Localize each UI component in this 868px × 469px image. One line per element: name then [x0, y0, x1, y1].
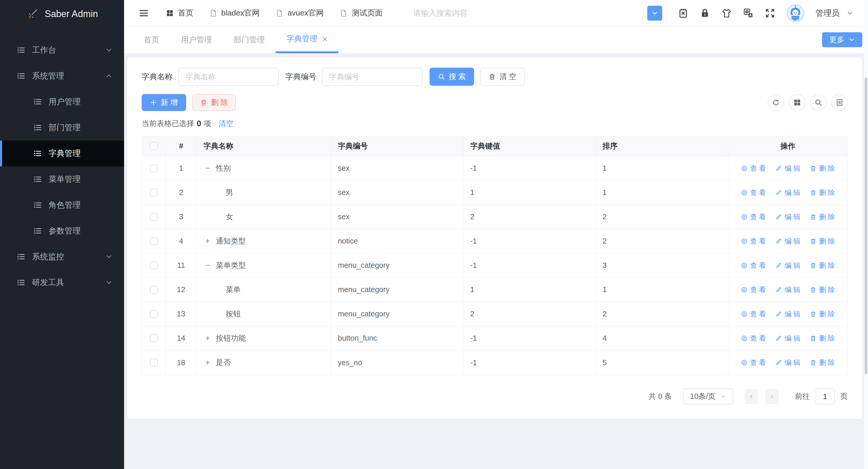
- cell-dict-name: 按钮: [197, 302, 331, 326]
- selection-text: 项: [204, 119, 211, 129]
- view-settings-button[interactable]: [831, 94, 848, 111]
- selection-clear-link[interactable]: 清空: [218, 119, 234, 129]
- tree-toggle-icon[interactable]: +: [204, 236, 212, 246]
- add-button[interactable]: 新 增: [142, 94, 186, 111]
- select-all-checkbox[interactable]: [150, 142, 158, 150]
- edit-link[interactable]: 编 辑: [775, 285, 801, 294]
- tree-toggle-icon[interactable]: −: [204, 164, 212, 173]
- view-link[interactable]: 查 看: [741, 309, 766, 319]
- delete-link[interactable]: 删 除: [810, 212, 835, 222]
- tab-dept-mgmt[interactable]: 部门管理: [223, 26, 276, 53]
- sidebar-item-workbench[interactable]: 工作台: [0, 37, 124, 63]
- nav-item-test-page[interactable]: 测试页面: [340, 8, 382, 18]
- edit-link[interactable]: 编 辑: [775, 358, 801, 367]
- sidebar-item-menu-mgmt[interactable]: 菜单管理: [0, 166, 124, 192]
- dict-code-input[interactable]: [322, 68, 422, 86]
- table-row: 3 女 sex 2 2 查 看 编 辑 删 除: [142, 205, 847, 229]
- view-link[interactable]: 查 看: [741, 261, 766, 270]
- user-name[interactable]: 管理员: [815, 8, 840, 19]
- delete-link[interactable]: 删 除: [810, 285, 835, 294]
- delete-link[interactable]: 删 除: [810, 358, 835, 367]
- delete-link[interactable]: 删 除: [810, 309, 835, 319]
- chevron-right-icon: [769, 393, 775, 400]
- fullscreen-icon[interactable]: [765, 8, 775, 18]
- dict-name-input[interactable]: [178, 68, 279, 86]
- tree-toggle-icon[interactable]: +: [204, 358, 212, 368]
- sidebar-item-dept-mgmt[interactable]: 部门管理: [0, 115, 124, 140]
- row-checkbox[interactable]: [150, 286, 158, 294]
- view-link[interactable]: 查 看: [741, 164, 766, 173]
- avatar[interactable]: [786, 4, 804, 22]
- cell-dict-value: 2: [463, 205, 596, 229]
- delete-link[interactable]: 删 除: [810, 188, 835, 197]
- row-checkbox[interactable]: [150, 334, 158, 342]
- page-scrollbar[interactable]: [864, 0, 868, 469]
- tab-home[interactable]: 首页: [133, 26, 170, 53]
- edit-link[interactable]: 编 辑: [775, 334, 801, 343]
- clear-button[interactable]: 清 空: [480, 68, 525, 86]
- delete-link[interactable]: 删 除: [810, 261, 835, 270]
- edit-link[interactable]: 编 辑: [775, 309, 801, 319]
- chevron-down-icon: [720, 393, 726, 400]
- scrollbar-thumb[interactable]: [865, 77, 867, 374]
- search-button[interactable]: 搜 索: [430, 68, 474, 86]
- next-page-button[interactable]: [765, 389, 779, 404]
- chevron-down-icon[interactable]: [846, 9, 854, 17]
- view-link[interactable]: 查 看: [741, 334, 766, 343]
- sidebar-item-dict-mgmt[interactable]: 字典管理: [0, 140, 124, 166]
- lock-icon[interactable]: [700, 8, 710, 18]
- edit-link[interactable]: 编 辑: [775, 212, 801, 222]
- tab-dict-mgmt[interactable]: 字典管理 ×: [276, 26, 338, 53]
- hamburger-icon[interactable]: [138, 8, 149, 18]
- nav-item-avuex[interactable]: avuex官网: [276, 8, 323, 18]
- row-checkbox[interactable]: [150, 213, 158, 221]
- nav-item-home[interactable]: 首页: [166, 8, 193, 18]
- sidebar-item-dev-tools[interactable]: 研发工具: [0, 270, 124, 296]
- prev-page-button[interactable]: [745, 389, 758, 404]
- row-checkbox[interactable]: [150, 310, 158, 318]
- delete-link[interactable]: 删 除: [810, 334, 835, 343]
- cell-sort: 2: [596, 205, 728, 229]
- edit-link[interactable]: 编 辑: [775, 164, 801, 173]
- theme-icon[interactable]: [721, 8, 732, 18]
- edit-link[interactable]: 编 辑: [775, 237, 801, 246]
- tree-toggle-icon[interactable]: −: [204, 261, 212, 270]
- row-checkbox[interactable]: [150, 189, 158, 197]
- more-button[interactable]: 更多: [822, 32, 862, 47]
- row-checkbox[interactable]: [150, 237, 158, 245]
- view-icon: [741, 359, 748, 366]
- page-number-input[interactable]: [815, 389, 835, 404]
- sidebar-item-user-mgmt[interactable]: 用户管理: [0, 89, 124, 115]
- nav-item-bladex[interactable]: bladex官网: [209, 8, 259, 18]
- sidebar-item-system-monitor[interactable]: 系统监控: [0, 244, 124, 270]
- view-link[interactable]: 查 看: [741, 237, 766, 246]
- sidebar-item-role-mgmt[interactable]: 角色管理: [0, 192, 124, 218]
- search-toggle-button[interactable]: [810, 94, 827, 111]
- column-settings-button[interactable]: [789, 94, 805, 111]
- cell-sort: 2: [596, 229, 728, 253]
- tab-user-mgmt[interactable]: 用户管理: [170, 26, 223, 53]
- row-checkbox[interactable]: [150, 262, 158, 269]
- list-icon: [33, 201, 42, 209]
- row-checkbox[interactable]: [150, 359, 158, 366]
- refresh-button[interactable]: [768, 94, 784, 111]
- view-link[interactable]: 查 看: [741, 358, 766, 367]
- close-icon[interactable]: ×: [322, 35, 328, 43]
- delete-button[interactable]: 删 除: [192, 94, 236, 111]
- row-checkbox[interactable]: [150, 165, 158, 172]
- language-icon[interactable]: [743, 8, 753, 18]
- tree-toggle-icon[interactable]: +: [204, 333, 212, 343]
- edit-link[interactable]: 编 辑: [775, 261, 801, 270]
- delete-link[interactable]: 删 除: [810, 237, 835, 246]
- global-search-input[interactable]: [413, 9, 524, 18]
- view-link[interactable]: 查 看: [741, 212, 766, 222]
- sidebar-item-system-mgmt[interactable]: 系统管理: [0, 63, 124, 89]
- sidebar-item-param-mgmt[interactable]: 参数管理: [0, 218, 124, 244]
- debug-tool-icon[interactable]: [678, 8, 688, 18]
- view-link[interactable]: 查 看: [741, 285, 766, 294]
- edit-link[interactable]: 编 辑: [775, 188, 801, 197]
- collapse-toggle-button[interactable]: [643, 3, 666, 24]
- page-size-select[interactable]: 10条/页: [683, 389, 733, 404]
- view-link[interactable]: 查 看: [741, 188, 766, 197]
- delete-link[interactable]: 删 除: [810, 164, 835, 173]
